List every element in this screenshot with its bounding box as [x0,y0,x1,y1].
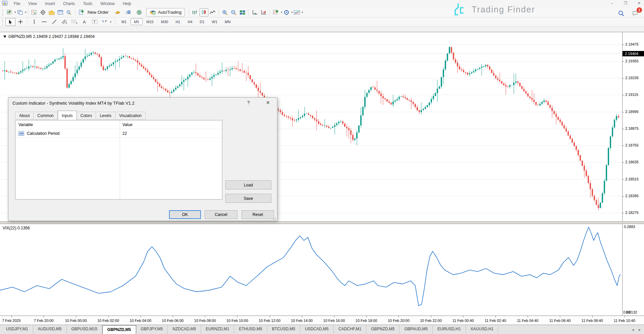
menu-insert[interactable]: Insert [41,1,59,7]
tabs-scroll-right-icon[interactable]: ▸ [639,327,641,332]
crosshair-tool[interactable] [15,18,25,26]
variable-value[interactable]: 22 [122,131,127,136]
tabs-scroll-left-icon[interactable]: ◂ [632,327,634,332]
bar-chart-button[interactable] [191,8,200,16]
search-icon[interactable] [618,10,625,18]
new-chart-button[interactable] [5,8,14,16]
chart-tab-xauusd-h1[interactable]: XAUUSD,H1 [466,325,499,334]
chevron-down-icon[interactable]: ▾ [25,11,26,14]
chart-tab-btcusd-m5[interactable]: BTCUSD,M5 [267,325,300,334]
notifications-icon[interactable]: 1 [632,10,639,18]
market-button[interactable] [135,8,144,16]
dialog-tab-inputs[interactable]: Inputs [58,111,77,120]
chevron-down-icon[interactable]: ▾ [302,11,303,14]
mql5-community-button[interactable] [124,8,133,16]
timeframe-mn[interactable]: MN [221,18,234,25]
chart-tab-gbpaud-m5[interactable]: GBPAUD,M5 [399,325,433,334]
profiles-button[interactable] [16,8,24,16]
chart-tab-usdcad-m5[interactable]: USDCAD,M5 [300,325,334,334]
terminal-button[interactable] [56,8,65,16]
chart-tab-audusd-m5[interactable]: AUDUSD,M5 [33,325,67,334]
restore-button[interactable]: ❐ [623,1,628,5]
timeframe-d1[interactable]: D1 [197,18,208,25]
menu-help[interactable]: Help [119,1,135,7]
text-label-tool[interactable]: T [90,18,100,26]
cancel-button[interactable]: Cancel [205,210,237,219]
reset-button[interactable]: Reset [241,210,274,219]
menu-window[interactable]: Window [97,1,119,7]
price-axis[interactable]: 2.194752.193552.192352.191152.189952.188… [622,32,644,316]
fibonacci-tool[interactable]: F [69,18,79,26]
timeframe-h4[interactable]: H4 [184,18,196,25]
timeframe-m30[interactable]: M30 [158,18,171,25]
dialog-tab-colors[interactable]: Colors [77,112,96,120]
chart-tab-gbpnzd-m5[interactable]: GBPNZD,M5 [366,325,399,334]
autotrading-toggle[interactable]: AutoTrading [146,8,185,16]
dialog-tab-common[interactable]: Common [34,112,58,120]
inputs-table[interactable]: Variable Value 123 Calculation Period 22 [15,120,222,200]
vertical-line-tool[interactable] [29,18,39,26]
templates-button[interactable] [292,8,301,16]
indicators-button[interactable] [272,8,280,16]
chart-tab-usdjpy-m1[interactable]: USDJPY,M1 [1,325,33,334]
arrows-tool[interactable] [100,18,110,26]
metaeditor-button[interactable] [113,8,122,16]
toolbar-grip[interactable] [2,18,4,25]
load-button[interactable]: Load [225,180,271,189]
tile-windows-button[interactable] [238,8,247,16]
timeframe-m15[interactable]: M15 [143,18,157,25]
chart-tab-eurusd-h1[interactable]: EURUSD,H1 [433,325,466,334]
resize-grip[interactable] [273,217,276,220]
chart-tab-gbpjpy-m5[interactable]: GBPJPY,M5 [136,325,168,334]
window-menu-icon[interactable] [3,36,6,38]
chart-tab-cadchf-m1[interactable]: CADCHF,M1 [334,325,367,334]
minimize-button[interactable]: – [610,1,614,5]
cursor-tool[interactable] [5,18,15,26]
equidistant-channel-tool[interactable]: E [59,18,69,26]
time-axis[interactable]: 7 Feb 20257 Feb 20:0010 Feb 00:0010 Feb … [0,316,644,325]
horizontal-line-tool[interactable] [39,18,49,26]
zoom-out-button[interactable] [229,8,238,16]
line-chart-button[interactable] [208,8,217,16]
zoom-in-button[interactable] [221,8,229,16]
chart-tab-nzdcad-m5[interactable]: NZDCAD,M5 [168,325,201,334]
trendline-tool[interactable] [49,18,59,26]
chart-shift-button[interactable] [259,8,268,16]
close-icon[interactable]: ✕ [266,100,270,105]
candlestick-chart-button[interactable] [200,8,208,16]
help-icon[interactable]: ? [247,100,250,105]
text-tool[interactable]: A [79,18,90,26]
table-row[interactable]: 123 Calculation Period 22 [15,129,222,137]
timeframe-w1[interactable]: W1 [209,18,221,25]
data-window-button[interactable] [39,8,47,16]
timeframe-m5[interactable]: M5 [130,18,142,25]
chart-tab-ethusd-m5[interactable]: ETHUSD,M5 [234,325,267,334]
vix-indicator-chart[interactable] [0,224,622,316]
save-button[interactable]: Save [225,194,271,203]
auto-scroll-button[interactable] [251,8,259,16]
ok-button[interactable]: OK [169,210,201,219]
chart-tab-eurnzd-m1[interactable]: EURNZD,M1 [201,325,234,334]
chart-tab-gbpnzd-m5[interactable]: GBPNZD,M5 [102,325,136,334]
toolbar-grip[interactable] [2,9,4,16]
dialog-tab-visualization[interactable]: Visualization [115,112,146,120]
strategy-tester-button[interactable] [65,8,73,16]
menu-tools[interactable]: Tools [79,1,97,7]
menu-charts[interactable]: Charts [59,1,79,7]
price-tick [623,61,624,62]
chart-tab-gbpusd-m15[interactable]: GBPUSD,M15 [67,325,102,334]
dialog-tab-about[interactable]: About [15,112,34,120]
menu-view[interactable]: View [24,1,41,7]
new-order-button[interactable] [77,8,86,16]
close-button[interactable]: ✕ [637,1,641,5]
chevron-down-icon[interactable]: ▾ [110,20,111,23]
timeframe-m1[interactable]: M1 [118,18,130,25]
periods-button[interactable] [282,8,291,16]
timeframe-h1[interactable]: H1 [172,18,183,25]
dialog-tab-levels[interactable]: Levels [96,112,115,120]
market-watch-button[interactable] [30,8,39,16]
pane-separator[interactable] [0,221,644,224]
menu-file[interactable]: File [10,1,24,7]
new-order-label[interactable]: New Order [88,10,109,15]
navigator-button[interactable] [47,8,56,16]
